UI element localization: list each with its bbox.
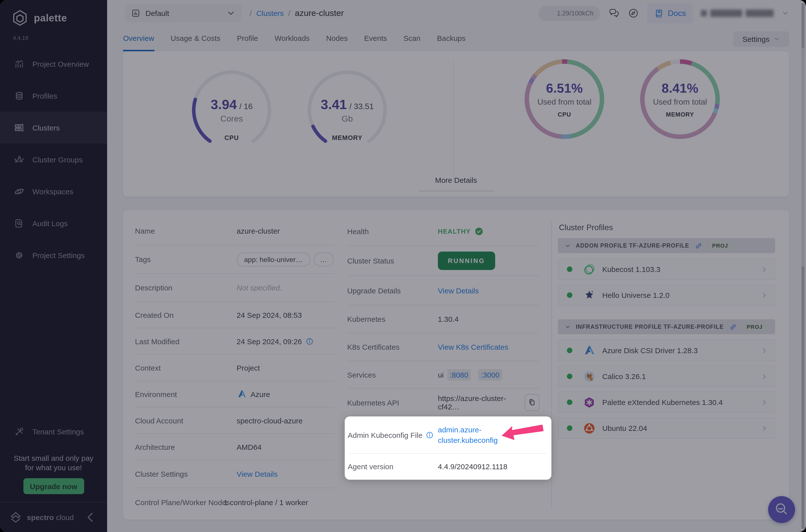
info-icon[interactable] xyxy=(425,431,434,439)
row-agent-version: Agent version 4.4.9/20240912.1118 xyxy=(348,454,548,479)
admin-kubeconfig-link[interactable]: admin.azure- cluster.kubeconfig xyxy=(438,424,498,445)
spotlight-arrow xyxy=(501,423,544,440)
screen: palette 4.4.19 Project Overview Profiles… xyxy=(0,0,806,532)
agent-version-value: 4.4.9/20240912.1118 xyxy=(438,462,507,471)
